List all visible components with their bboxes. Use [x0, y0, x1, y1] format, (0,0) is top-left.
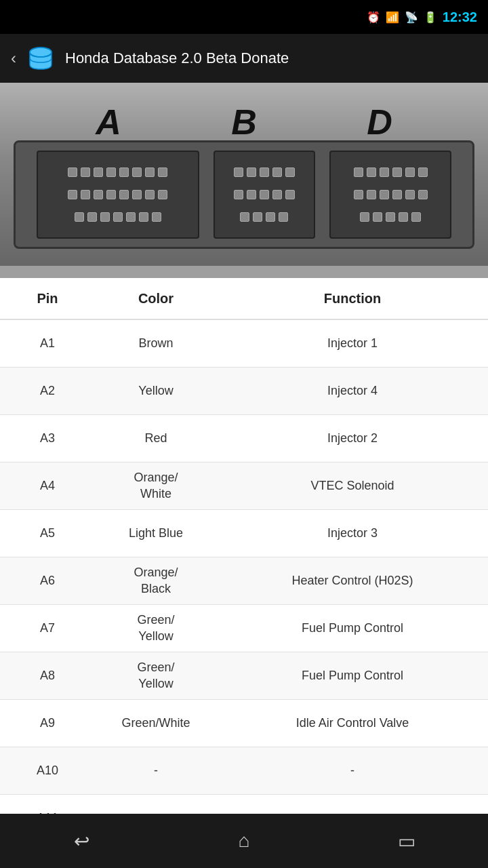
cell-color: Brown — [88, 336, 224, 351]
status-icons: ⏰ 📶 📡 🔋 12:32 — [367, 9, 477, 25]
cell-function: Injector 3 — [224, 526, 481, 541]
connector-label-d: D — [367, 102, 392, 142]
table-header: Pin Color Function — [0, 278, 488, 320]
connector-body — [14, 140, 474, 249]
table-row: A6Orange/ BlackHeater Control (H02S) — [0, 557, 488, 605]
back-button[interactable]: ‹ — [11, 49, 16, 68]
connector-label-b: B — [231, 102, 257, 142]
cell-function: Fuel Pump Control — [224, 668, 481, 684]
cell-function: Heater Control (H02S) — [224, 573, 481, 589]
table-row: A5Light BlueInjector 3 — [0, 510, 488, 557]
table-row: A4Orange/ WhiteVTEC Solenoid — [0, 462, 488, 510]
cell-pin: A9 — [7, 716, 88, 730]
app-icon — [26, 43, 56, 73]
header-pin: Pin — [7, 291, 88, 307]
connector-block-d — [329, 151, 451, 239]
cell-color: - — [88, 763, 224, 778]
table-row: A1BrownInjector 1 — [0, 320, 488, 368]
cell-pin: A5 — [7, 526, 88, 540]
cell-pin: A7 — [7, 621, 88, 635]
table-row: A8Green/ YellowFuel Pump Control — [0, 652, 488, 700]
cell-function: Fuel Pump Control — [224, 620, 481, 636]
recents-nav-icon: ▭ — [398, 830, 415, 852]
cell-color: Green/White — [88, 715, 224, 731]
cell-pin: A2 — [7, 384, 88, 398]
cell-pin: A1 — [7, 336, 88, 351]
cell-pin: A6 — [7, 574, 88, 588]
wifi-icon: 📶 — [386, 11, 399, 24]
cell-color: Light Blue — [88, 526, 224, 541]
battery-icon: 🔋 — [424, 11, 437, 24]
cell-color: Green/ Yellow — [88, 660, 224, 692]
back-nav-icon: ↩ — [74, 830, 89, 852]
cell-color: Red — [88, 431, 224, 446]
cell-function: VTEC Solenoid — [224, 478, 481, 494]
cell-function: Injector 4 — [224, 383, 481, 399]
home-nav-button[interactable]: ⌂ — [217, 824, 271, 858]
cell-color: Orange/ Black — [88, 565, 224, 597]
alarm-icon: ⏰ — [367, 11, 380, 24]
connector-block-b — [214, 151, 315, 239]
pin-table: Pin Color Function A1BrownInjector 1A2Ye… — [0, 278, 488, 842]
connector-labels: A B D — [0, 102, 488, 142]
connector-background: A B D — [0, 83, 488, 266]
table-row: A3RedInjector 2 — [0, 415, 488, 462]
status-time: 12:32 — [443, 9, 477, 25]
table-row: A9Green/WhiteIdle Air Control Valve — [0, 700, 488, 747]
cell-pin: A8 — [7, 669, 88, 683]
table-body: A1BrownInjector 1A2YellowInjector 4A3Red… — [0, 320, 488, 842]
cell-color: Green/ Yellow — [88, 612, 224, 644]
connector-label-a: A — [96, 102, 121, 142]
table-row: A7Green/ YellowFuel Pump Control — [0, 605, 488, 652]
home-nav-icon: ⌂ — [239, 830, 250, 852]
cell-pin: A3 — [7, 431, 88, 446]
cell-function: Injector 2 — [224, 431, 481, 446]
connector-image: A B D — [0, 83, 488, 266]
back-nav-button[interactable]: ↩ — [54, 824, 108, 858]
cell-color: Yellow — [88, 383, 224, 399]
table-row: A2YellowInjector 4 — [0, 368, 488, 415]
recents-nav-button[interactable]: ▭ — [380, 824, 434, 858]
cell-function: - — [224, 763, 481, 778]
cell-color: Orange/ White — [88, 470, 224, 502]
header-color: Color — [88, 291, 224, 307]
cell-function: Idle Air Control Valve — [224, 715, 481, 731]
table-row: A10-- — [0, 747, 488, 795]
page-title: Honda Database 2.0 Beta Donate — [65, 50, 477, 67]
header-function: Function — [224, 291, 481, 307]
status-bar: ⏰ 📶 📡 🔋 12:32 — [0, 0, 488, 34]
cell-pin: A10 — [7, 764, 88, 778]
cell-function: Injector 1 — [224, 336, 481, 351]
action-bar: ‹ Honda Database 2.0 Beta Donate — [0, 34, 488, 83]
signal-icon: 📡 — [405, 11, 418, 24]
connector-block-a — [37, 151, 199, 239]
divider — [0, 266, 488, 278]
bottom-nav: ↩ ⌂ ▭ — [0, 814, 488, 868]
cell-pin: A4 — [7, 479, 88, 493]
